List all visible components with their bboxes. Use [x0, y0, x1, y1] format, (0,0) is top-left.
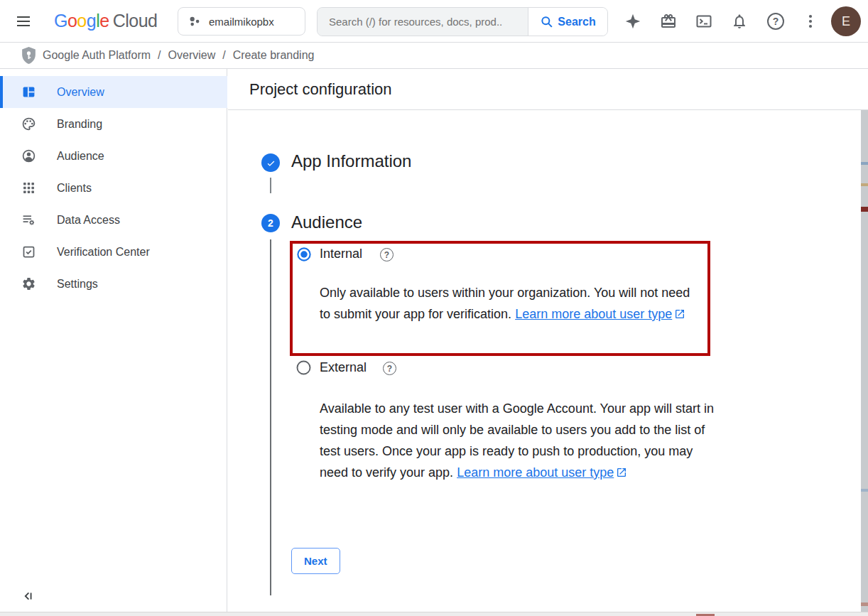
- horizontal-scrollbar[interactable]: [0, 612, 868, 616]
- apps-grid-icon: [21, 180, 36, 195]
- scrollbar-mark: [861, 603, 868, 606]
- internal-help-icon[interactable]: ?: [380, 248, 394, 261]
- search-button-label: Search: [558, 16, 595, 28]
- breadcrumb-separator: /: [222, 49, 225, 62]
- external-radio-unselected[interactable]: [295, 360, 311, 375]
- sidebar-item-label: Settings: [57, 278, 98, 291]
- breadcrumb-item-platform[interactable]: Google Auth Platform: [43, 49, 151, 62]
- topbar: GoogleCloud emailmikopbx Search: [0, 0, 868, 43]
- gemini-sparkle-icon[interactable]: [624, 13, 641, 30]
- project-selector[interactable]: emailmikopbx: [178, 7, 305, 36]
- breadcrumb: Google Auth Platform / Overview / Create…: [43, 43, 314, 68]
- cloud-shell-icon[interactable]: [695, 13, 712, 30]
- internal-option-label: Internal: [320, 247, 362, 261]
- sidebar-item-label: Branding: [57, 118, 102, 131]
- sidebar-item-label: Clients: [57, 182, 92, 195]
- more-vertical-icon[interactable]: [805, 13, 816, 30]
- logo-letter: o: [77, 11, 86, 31]
- help-icon[interactable]: ?: [767, 13, 784, 30]
- help-glyph: ?: [387, 364, 392, 374]
- step-complete-check-icon: [261, 153, 280, 172]
- checkbox-icon: [21, 244, 36, 259]
- internal-option-description: Only available to users within your orga…: [320, 282, 699, 325]
- gear-icon: [21, 276, 36, 291]
- learn-more-link[interactable]: Learn more about user type: [515, 307, 672, 321]
- search-input[interactable]: [318, 8, 528, 36]
- logo-letter: g: [87, 11, 96, 31]
- account-avatar[interactable]: E: [831, 6, 861, 36]
- breadcrumb-item-overview[interactable]: Overview: [168, 49, 216, 62]
- project-icon: [188, 15, 202, 28]
- breadcrumb-item-create-branding: Create branding: [233, 49, 315, 62]
- external-option-label: External: [320, 360, 367, 375]
- sidebar-item-clients[interactable]: Clients: [0, 172, 227, 204]
- vertical-scrollbar[interactable]: [861, 110, 868, 612]
- scrollbar-mark: [861, 183, 868, 186]
- main-header: Project configuration: [228, 69, 868, 110]
- collapse-sidebar-icon[interactable]: [20, 588, 36, 604]
- sidebar-nav: Overview Branding Audience: [0, 69, 227, 612]
- sidebar-item-audience[interactable]: Audience: [0, 140, 227, 172]
- logo-letter: o: [67, 11, 77, 31]
- sidebar-item-label: Verification Center: [57, 246, 150, 259]
- dashboard-icon: [21, 85, 36, 99]
- step-audience-label: Audience: [291, 212, 362, 232]
- sidebar-item-label: Audience: [57, 150, 104, 163]
- learn-more-link[interactable]: Learn more about user type: [457, 465, 614, 480]
- external-link-icon: [616, 467, 627, 478]
- external-option-description: Available to any test user with a Google…: [320, 398, 716, 483]
- sidebar-item-overview[interactable]: Overview: [0, 76, 227, 108]
- step-app-information-label: App Information: [291, 151, 411, 171]
- google-cloud-logo[interactable]: GoogleCloud: [54, 11, 157, 31]
- data-gear-icon: [21, 212, 36, 227]
- step-2-circle: 2: [261, 214, 280, 232]
- project-name: emailmikopbx: [209, 16, 274, 28]
- sidebar-item-label: Overview: [57, 86, 104, 99]
- logo-cloud-word: Cloud: [113, 11, 158, 31]
- logo-letter: G: [54, 11, 67, 31]
- notifications-bell-icon[interactable]: [731, 13, 748, 30]
- google-cloud-console: GoogleCloud emailmikopbx Search: [0, 0, 868, 616]
- search-button[interactable]: Search: [528, 8, 607, 36]
- scrollbar-mark: [861, 207, 868, 212]
- external-link-icon: [674, 308, 685, 320]
- breadcrumb-separator: /: [158, 49, 161, 62]
- palette-icon: [21, 117, 36, 131]
- external-help-icon[interactable]: ?: [383, 362, 396, 375]
- help-glyph: ?: [773, 16, 779, 27]
- auth-platform-shield-icon: [20, 46, 38, 68]
- scrollbar-mark: [861, 162, 868, 165]
- sidebar-item-label: Data Access: [57, 214, 120, 227]
- stepper-connector: [270, 178, 271, 193]
- gift-icon[interactable]: [660, 13, 677, 30]
- step-number: 2: [268, 217, 273, 229]
- sidebar-item-settings[interactable]: Settings: [0, 268, 227, 300]
- search-bar: Search: [317, 7, 608, 36]
- breadcrumb-bar: Google Auth Platform / Overview / Create…: [0, 43, 868, 69]
- next-button[interactable]: Next: [291, 548, 340, 574]
- sidebar-item-data-access[interactable]: Data Access: [0, 204, 227, 236]
- avatar-letter: E: [842, 14, 850, 29]
- stepper-connector: [270, 239, 271, 595]
- help-glyph: ?: [384, 250, 389, 260]
- internal-radio-selected[interactable]: [296, 247, 312, 262]
- sidebar-item-verification-center[interactable]: Verification Center: [0, 236, 227, 268]
- sidebar-item-branding[interactable]: Branding: [0, 108, 227, 140]
- person-icon: [21, 148, 36, 163]
- scrollbar-mark: [861, 489, 868, 492]
- logo-letter: e: [99, 11, 109, 31]
- page-title: Project configuration: [249, 80, 392, 99]
- menu-icon[interactable]: [14, 13, 33, 30]
- search-icon: [540, 15, 554, 29]
